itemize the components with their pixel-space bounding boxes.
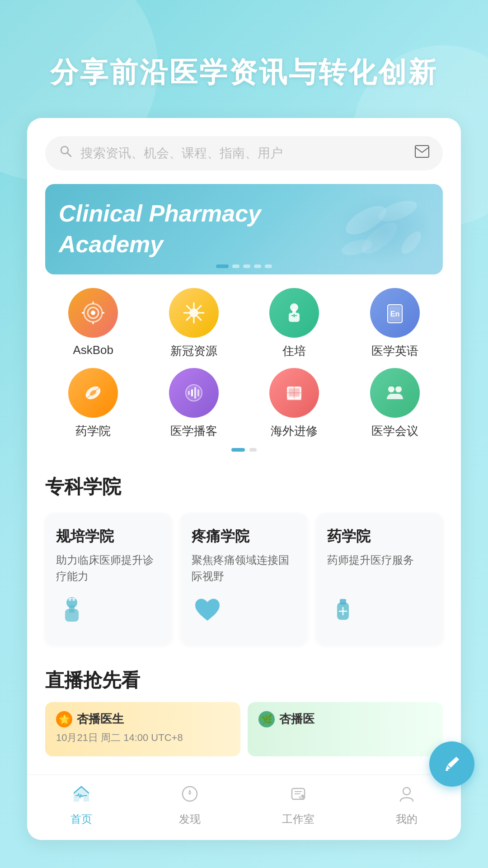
guipei-desc: 助力临床医师提升诊疗能力 [56, 552, 161, 585]
live-title: 直播抢先看 [45, 668, 140, 693]
svg-point-44 [395, 386, 402, 392]
grid-item-covid[interactable]: 新冠资源 [146, 288, 242, 359]
fab-button[interactable] [429, 741, 474, 787]
profile-icon [397, 784, 417, 808]
training-label: 住培 [282, 343, 306, 359]
covid-label: 新冠资源 [170, 343, 217, 359]
podcast-label: 医学播客 [170, 423, 217, 439]
svg-rect-37 [188, 391, 190, 395]
svg-rect-54 [340, 599, 346, 604]
svg-point-6 [340, 236, 374, 258]
svg-point-43 [388, 386, 394, 392]
live-card-1-time: 10月21日 周二 14:00 UTC+8 [56, 731, 230, 745]
banner-pagination [216, 264, 272, 268]
svg-rect-48 [69, 605, 75, 613]
home-icon [71, 784, 91, 808]
pharma-desc: 药师提升医疗服务 [327, 552, 432, 585]
home-label: 首页 [70, 812, 92, 826]
svg-rect-45 [389, 386, 400, 387]
conference-icon [370, 368, 420, 418]
svg-rect-34 [191, 389, 193, 396]
svg-rect-36 [197, 389, 199, 396]
nav-item-studio[interactable]: 工作室 [244, 784, 352, 826]
banner-dot-5[interactable] [265, 264, 272, 268]
grid-page-dot-1[interactable] [231, 448, 245, 452]
studio-label: 工作室 [282, 812, 314, 826]
svg-rect-2 [415, 146, 429, 157]
pharmacy-label: 药学院 [75, 423, 111, 439]
grid-page-dot-2[interactable] [249, 448, 257, 452]
studio-icon [288, 784, 308, 808]
pain-desc: 聚焦疼痛领域连接国际视野 [192, 552, 296, 585]
grid-item-askbob[interactable]: AskBob [45, 288, 141, 359]
banner-title: Clinical Pharmacy Academy [59, 198, 263, 259]
search-placeholder: 搜索资讯、机会、课程、指南、用户 [80, 145, 408, 162]
pain-title: 疼痛学院 [192, 527, 296, 547]
banner-dot-2[interactable] [232, 264, 239, 268]
svg-text:En: En [390, 310, 399, 318]
pharmacy-icon [68, 368, 118, 418]
svg-line-21 [197, 316, 201, 320]
profile-label: 我的 [396, 812, 418, 826]
svg-point-10 [91, 311, 95, 315]
discover-label: 发现 [179, 812, 201, 826]
live-section: 直播抢先看 🌟 杏播医生 10月21日 周二 14:00 UTC+8 🌿 杏播医 [45, 668, 443, 756]
live-card-1-label: 杏播医生 [77, 711, 124, 727]
main-card: 搜索资讯、机会、课程、指南、用户 Clinical Pharmacy Acade… [27, 118, 461, 840]
svg-point-5 [357, 217, 402, 259]
english-icon: En [370, 288, 420, 338]
guipei-icon [56, 594, 161, 632]
banner-dot-3[interactable] [243, 264, 250, 268]
svg-point-4 [376, 196, 420, 226]
banner-dot-1[interactable] [216, 264, 229, 268]
nav-item-discover[interactable]: 发现 [136, 784, 244, 826]
svg-point-3 [342, 200, 391, 240]
hero-tagline: 分享前沿医学资讯与转化创新 [0, 0, 488, 118]
svg-point-59 [189, 793, 191, 795]
live-cards-row: 🌟 杏播医生 10月21日 周二 14:00 UTC+8 🌿 杏播医 [45, 702, 443, 756]
svg-line-20 [187, 306, 190, 309]
pharma-icon [327, 594, 432, 632]
guipei-title: 规培学院 [56, 527, 161, 547]
live-card-2-icon: 🌿 [258, 711, 275, 727]
icon-grid-row1: AskBob 新冠资源 [45, 288, 443, 439]
covid-icon [169, 288, 219, 338]
grid-item-training[interactable]: 住培 [246, 288, 343, 359]
live-card-2-label: 杏播医 [279, 711, 314, 727]
specialty-card-pharma[interactable]: 药学院 药师提升医疗服务 [316, 513, 443, 645]
live-card-1[interactable]: 🌟 杏播医生 10月21日 周二 14:00 UTC+8 [45, 702, 240, 756]
banner[interactable]: Clinical Pharmacy Academy [45, 184, 443, 274]
svg-rect-42 [287, 398, 301, 400]
grid-item-overseas[interactable]: 海外进修 [246, 368, 343, 439]
pain-icon [192, 594, 296, 632]
training-icon [269, 288, 319, 338]
conference-label: 医学会议 [371, 423, 418, 439]
askbob-label: AskBob [73, 343, 113, 357]
grid-item-pharmacy[interactable]: 药学院 [45, 368, 141, 439]
grid-item-english[interactable]: En 医学英语 [347, 288, 443, 359]
svg-line-23 [187, 316, 190, 320]
grid-item-conference[interactable]: 医学会议 [347, 368, 443, 439]
svg-line-22 [197, 306, 201, 309]
overseas-label: 海外进修 [271, 423, 318, 439]
discover-icon [180, 784, 200, 808]
mail-icon[interactable] [415, 145, 429, 161]
search-icon [59, 144, 73, 162]
search-bar[interactable]: 搜索资讯、机会、课程、指南、用户 [45, 136, 443, 170]
specialty-grid: 规培学院 助力临床医师提升诊疗能力 疼 [45, 513, 443, 645]
specialty-card-pain[interactable]: 疼痛学院 聚焦疼痛领域连接国际视野 [181, 513, 307, 645]
nav-item-home[interactable]: 首页 [27, 784, 136, 826]
live-card-2[interactable]: 🌿 杏播医 [248, 702, 443, 756]
specialty-card-guipei[interactable]: 规培学院 助力临床医师提升诊疗能力 [45, 513, 172, 645]
grid-pagination [45, 448, 443, 456]
specialty-section-title: 专科学院 [45, 474, 443, 500]
banner-dot-4[interactable] [254, 264, 261, 268]
svg-line-1 [67, 153, 71, 156]
nav-item-profile[interactable]: 我的 [352, 784, 461, 826]
grid-item-podcast[interactable]: 医学播客 [146, 368, 242, 439]
live-header: 直播抢先看 [45, 668, 443, 693]
askbob-icon [68, 288, 118, 338]
overseas-icon [269, 368, 319, 418]
svg-point-64 [403, 788, 410, 795]
svg-point-7 [398, 228, 425, 257]
